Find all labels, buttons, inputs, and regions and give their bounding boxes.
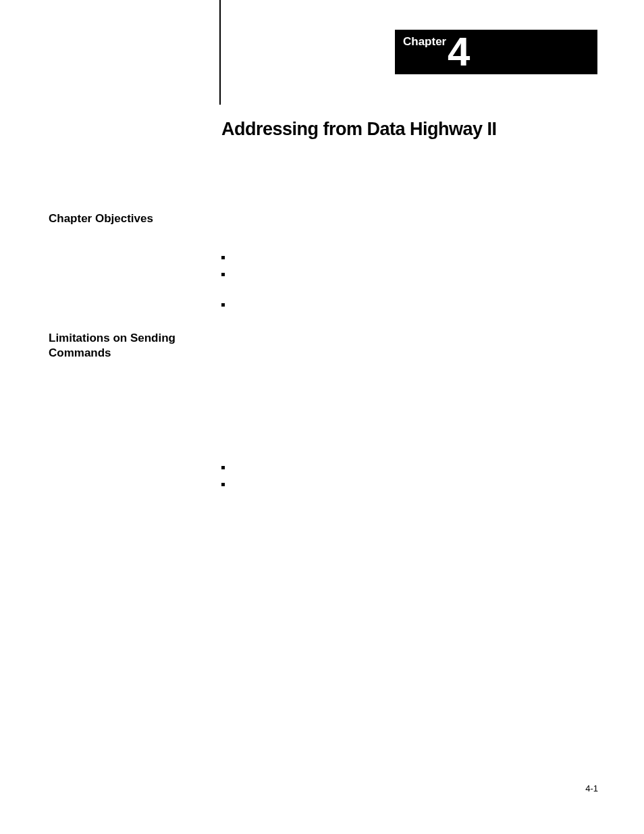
page-title: Addressing from Data Highway II [221, 119, 497, 140]
chapter-banner: Chapter 4 [395, 30, 597, 74]
chapter-number: 4 [448, 30, 470, 74]
bullet-icon [221, 256, 225, 259]
bullet-icon [221, 273, 225, 276]
divider-rule [219, 0, 221, 105]
chapter-label: Chapter [403, 35, 446, 49]
section-heading-objectives: Chapter Objectives [49, 212, 153, 226]
bullet-icon [221, 466, 225, 469]
section-heading-limitations: Limitations on Sending Commands [49, 331, 184, 361]
page-number: 4-1 [585, 783, 598, 793]
bullet-icon [221, 303, 225, 307]
bullet-icon [221, 483, 225, 486]
